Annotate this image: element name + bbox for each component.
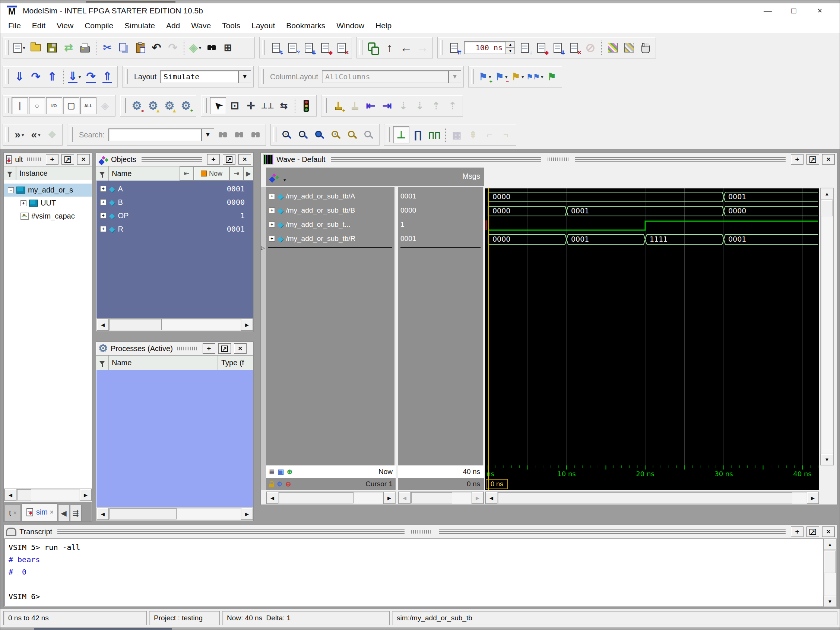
wave-signal-row-2[interactable]: +◆/my_add_or_sub_t...	[266, 217, 395, 232]
goto-bookmark-button[interactable]: ⚑⚑▾	[526, 69, 543, 85]
wave-msgs-hscrollbar[interactable]: ◀ ▶	[398, 491, 484, 504]
show-hierarchy-button[interactable]: ⚙+	[178, 98, 194, 114]
expand-icon[interactable]: +	[269, 207, 275, 213]
select-mode-button[interactable]: ➤	[210, 97, 226, 114]
add-bookmark-button[interactable]: ⚑+▾	[477, 69, 493, 85]
menu-add[interactable]: Add	[161, 21, 186, 30]
expand-icon[interactable]: +	[100, 226, 106, 232]
undock-panel-button[interactable]: ↗	[807, 526, 819, 537]
end-simulation-button[interactable]: ✕	[334, 39, 349, 56]
instance-column-header[interactable]: Instance	[16, 167, 92, 180]
chevron-down-icon[interactable]: ▾	[283, 177, 286, 183]
processes-list[interactable]	[96, 370, 253, 507]
layout-select[interactable]: Simulate▼	[160, 70, 251, 83]
open-file-button[interactable]	[28, 39, 44, 56]
toolbar-grip[interactable]	[324, 98, 327, 113]
collapse-time-at-cursor-button[interactable]: ¬	[498, 127, 514, 143]
modelsim-button[interactable]	[237, 39, 252, 56]
zoom-full-button[interactable]	[312, 127, 328, 143]
tab-scroll-right-button[interactable]: ⇶	[70, 505, 82, 521]
toolbar-grip[interactable]	[387, 128, 390, 142]
object-row-a[interactable]: +◆A0001	[96, 182, 253, 195]
panel-grip[interactable]	[57, 529, 404, 534]
zoom-in-button[interactable]: +	[279, 127, 295, 143]
menu-layout[interactable]: Layout	[246, 21, 281, 30]
cursor-label[interactable]: Cursor 1	[365, 480, 393, 488]
processes-hscrollbar[interactable]: ◀ ▶	[96, 507, 253, 520]
simulate-options-button[interactable]: ?	[284, 39, 300, 56]
close-panel-button[interactable]: ×	[822, 526, 835, 537]
zoom-in-on-cursor-button[interactable]: +	[328, 127, 344, 143]
transcript-console[interactable]: VSIM 5> run -all# bears# 0 VSIM 6>	[4, 539, 837, 606]
undock-panel-button[interactable]: ↗	[218, 343, 231, 354]
tree-item--vsim-capac[interactable]: #vsim_capac	[4, 209, 92, 223]
zoom-range-button[interactable]	[362, 127, 377, 143]
add-panel-button[interactable]: +	[207, 154, 220, 165]
waveform-canvas[interactable]: 000000010000000100000000000111110001	[485, 187, 819, 465]
step-into-instance-button[interactable]: ⇓▾	[67, 69, 82, 85]
new-file-button[interactable]: ▾	[11, 39, 27, 56]
expand-icon[interactable]: +	[100, 213, 106, 219]
restart-button[interactable]: ⇈	[446, 39, 462, 56]
find-previous-button[interactable]	[231, 127, 247, 143]
panel-grip-dots[interactable]	[411, 530, 432, 534]
step-into-button[interactable]: ⇓	[11, 69, 27, 85]
objects-hscrollbar[interactable]: ◀ ▶	[96, 318, 253, 331]
run-all-button[interactable]: ⇊	[550, 39, 565, 56]
delete-bookmark-button[interactable]: ⚑−▾	[494, 69, 509, 85]
chevron-down-icon[interactable]: ▾	[199, 45, 202, 50]
toolbar-grip[interactable]	[69, 128, 73, 142]
goto-first-icon[interactable]: ⇤	[180, 167, 194, 181]
zoom-mode-button[interactable]: ⊡	[227, 98, 243, 114]
add-circle-icon[interactable]: ⊕	[287, 468, 292, 475]
menu-bookmarks[interactable]: Bookmarks	[281, 21, 331, 30]
toolbar-grip[interactable]	[5, 40, 9, 55]
layout-select-field[interactable]: Simulate	[160, 70, 238, 83]
run-length-input[interactable]: 100 ns▲▼	[464, 41, 515, 54]
expand-icon[interactable]: +	[269, 236, 275, 242]
next-falling-edge-button[interactable]: ⇣	[412, 98, 428, 114]
toolbar-grip[interactable]	[273, 128, 276, 142]
delete-cursor-button[interactable]	[346, 98, 362, 114]
performance-profile-button[interactable]	[605, 39, 621, 56]
step-over-button[interactable]: ↷	[28, 69, 44, 85]
expand-icon[interactable]: +	[269, 193, 275, 199]
menu-window[interactable]: Window	[331, 21, 370, 30]
panel-grip[interactable]	[142, 157, 202, 162]
menu-edit[interactable]: Edit	[27, 21, 51, 30]
find-button[interactable]	[204, 39, 219, 56]
wave-signal-row-0[interactable]: +◆/my_add_or_sub_tb/A	[266, 189, 395, 203]
show-processes-button[interactable]: ⚙●	[129, 98, 145, 114]
maximize-button[interactable]: □	[781, 3, 807, 18]
expanded-time-deltas-button[interactable]: ∏	[410, 127, 426, 143]
wave-signal-value-3[interactable]: 0001	[398, 232, 483, 246]
zoom-between-cursors-button[interactable]	[345, 127, 361, 143]
type-column-header[interactable]: Type (f	[218, 356, 253, 370]
memory-profile-button[interactable]	[621, 39, 637, 56]
edit-mode-button[interactable]: ⊥⊥	[260, 98, 275, 114]
spin-down-icon[interactable]: ▼	[506, 48, 515, 54]
simulate-button[interactable]: ↯	[268, 39, 284, 56]
name-column-header[interactable]: Name	[109, 356, 218, 370]
undock-panel-button[interactable]: ↗	[223, 154, 235, 165]
spin-up-icon[interactable]: ▲	[506, 41, 515, 48]
up-context-button[interactable]: ↑	[382, 39, 398, 56]
toolbar-grip[interactable]	[123, 98, 126, 113]
save-button[interactable]	[44, 39, 60, 56]
expand-icon[interactable]: +	[100, 186, 106, 192]
previous-transition-button[interactable]: ⇤	[363, 98, 379, 114]
transcript-vscrollbar[interactable]: ▲ ▼	[823, 539, 837, 607]
toolbar-grip[interactable]	[261, 69, 264, 84]
name-column-header[interactable]: Name	[109, 167, 180, 181]
expanded-time-events-button[interactable]: ∏∏	[426, 127, 442, 143]
link-button[interactable]	[365, 39, 381, 56]
chevron-down-icon[interactable]: ▼	[202, 128, 214, 141]
panel-grip[interactable]	[177, 346, 198, 350]
filter-internal-signals-button[interactable]: ▢	[63, 97, 79, 114]
close-panel-button[interactable]: ×	[238, 154, 251, 165]
menu-simulate[interactable]: Simulate	[119, 21, 161, 30]
object-row-r[interactable]: +◆R0001	[96, 222, 253, 236]
expand-icon[interactable]: +	[100, 199, 106, 205]
filter-output-ports-button[interactable]: ○	[29, 97, 45, 114]
wave-canvas-hscrollbar[interactable]: ◀ ▶	[485, 491, 819, 504]
